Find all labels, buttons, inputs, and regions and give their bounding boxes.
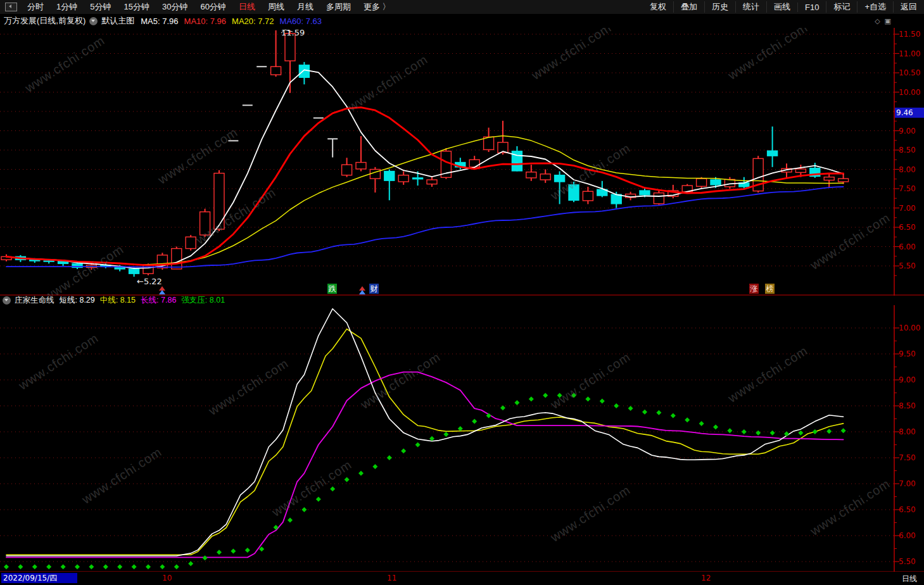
chevron-down-icon[interactable] [3, 296, 11, 305]
chevron-down-icon[interactable] [89, 17, 98, 25]
ma10-value: MA10: 7.96 [184, 16, 227, 26]
period-menu-bar: 分时 1分钟 5分钟 15分钟 30分钟 60分钟 日线 周线 月线 多周期 更… [0, 0, 924, 14]
button-mark[interactable]: 标记 [826, 1, 857, 13]
tab-multi-period[interactable]: 多周期 [320, 1, 357, 13]
month-label-oct: 10 [162, 574, 172, 582]
low-price-annotation: ←5.22 [137, 277, 162, 286]
badge-die: 跌 [327, 284, 337, 294]
button-back[interactable]: 返回 [893, 1, 924, 13]
tab-more[interactable]: 更多 〉 [357, 1, 397, 13]
badge-bang: 榜 [765, 284, 775, 294]
badge-zhang: 涨 [749, 284, 759, 294]
tab-fenshi[interactable]: 分时 [21, 1, 50, 13]
tab-30min[interactable]: 30分钟 [156, 1, 194, 13]
split-panel-icon[interactable]: ▣ [885, 17, 891, 25]
stock-title: 万方发展(日线,前复权) [4, 15, 85, 27]
x-axis-bar: 2022/09/15/四 10 11 12 日线 [0, 572, 924, 585]
panel-toggle-icon[interactable] [5, 3, 17, 11]
period-menu: 分时 1分钟 5分钟 15分钟 30分钟 60分钟 日线 周线 月线 多周期 更… [21, 1, 397, 13]
tab-1min[interactable]: 1分钟 [50, 1, 84, 13]
button-drawline[interactable]: 画线 [766, 1, 797, 13]
button-fuquan[interactable]: 复权 [643, 1, 673, 13]
tab-monthly[interactable]: 月线 [291, 1, 320, 13]
indicator-support-value: 强支压: 8.01 [181, 295, 225, 306]
main-overlay-label[interactable]: 默认主图 [101, 15, 134, 27]
tab-weekly[interactable]: 周线 [262, 1, 291, 13]
high-price-annotation: 11.59 [281, 28, 305, 37]
button-f10[interactable]: F10 [797, 3, 826, 12]
period-label: 日线 [902, 574, 917, 584]
trading-app-window: www.cfchi.comwww.cfchi.comwww.cfchi.comw… [0, 0, 924, 585]
button-add-watchlist[interactable]: +自选 [857, 1, 893, 13]
indicator-header: 庄家生命线 短线: 8.29 中线: 8.15 长线: 7.86 强支压: 8.… [0, 296, 924, 305]
indicator-mid-value: 中线: 8.15 [100, 295, 136, 306]
chart-canvas[interactable] [0, 0, 924, 585]
tab-60min[interactable]: 60分钟 [194, 1, 232, 13]
ma60-value: MA60: 7.63 [280, 16, 322, 26]
button-stats[interactable]: 统计 [735, 1, 766, 13]
month-label-dec: 12 [701, 574, 711, 582]
tab-15min[interactable]: 15分钟 [117, 1, 155, 13]
month-label-nov: 11 [387, 574, 396, 582]
diamond-icon[interactable]: ◇ [875, 17, 880, 25]
button-overlay[interactable]: 叠加 [673, 1, 704, 13]
chart-title-bar: 万方发展(日线,前复权) 默认主图 MA5: 7.96 MA10: 7.96 M… [0, 14, 924, 28]
indicator-name[interactable]: 庄家生命线 [15, 295, 54, 306]
badge-cai: 财 [369, 284, 379, 294]
tool-menu: 复权 叠加 历史 统计 画线 F10 标记 +自选 返回 [643, 1, 924, 13]
tab-5min[interactable]: 5分钟 [84, 1, 117, 13]
tab-daily[interactable]: 日线 [232, 1, 262, 13]
selected-date-box[interactable]: 2022/09/15/四 [1, 573, 77, 583]
indicator-long-value: 长线: 7.86 [141, 295, 176, 306]
ma20-value: MA20: 7.72 [232, 16, 274, 26]
ma5-value: MA5: 7.96 [141, 16, 178, 26]
button-history[interactable]: 历史 [704, 1, 735, 13]
indicator-short-value: 短线: 8.29 [60, 295, 95, 306]
current-price-marker: 9.46 [895, 108, 924, 118]
